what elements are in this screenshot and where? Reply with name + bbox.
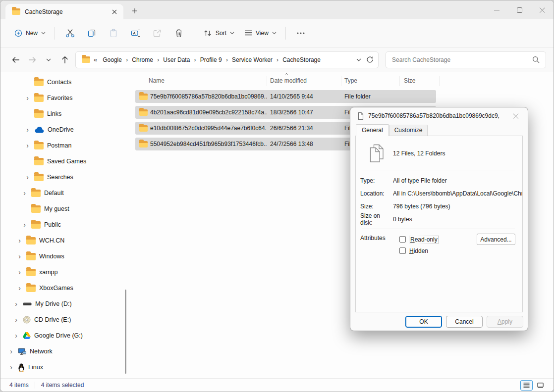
location-label: Location:: [360, 190, 393, 197]
chevron-right-icon[interactable]: [13, 332, 19, 339]
column-header-date-modified[interactable]: Date modified: [270, 77, 307, 84]
details-view-toggle[interactable]: [520, 380, 533, 391]
chevron-right-icon[interactable]: [13, 316, 19, 323]
breadcrumb-separator-icon[interactable]: [125, 56, 129, 63]
chevron-right-icon[interactable]: [24, 174, 31, 181]
ok-button[interactable]: OK: [405, 316, 442, 328]
chevron-right-icon[interactable]: [21, 221, 28, 228]
sidebar-item-saved-games[interactable]: Saved Games: [0, 153, 127, 169]
breadcrumb-separator-icon[interactable]: [193, 56, 197, 63]
chevron-right-icon[interactable]: [13, 300, 19, 307]
more-options-button[interactable]: [291, 24, 311, 42]
large-icons-view-toggle[interactable]: [534, 380, 547, 391]
file-name: 5504952eb984cd451fb965b93f1753446fcb...: [150, 141, 267, 147]
sort-button[interactable]: Sort: [198, 24, 239, 42]
column-divider[interactable]: [399, 76, 400, 86]
sidebar-scrollbar-thumb[interactable]: [125, 290, 126, 374]
chevron-right-icon[interactable]: [16, 253, 23, 260]
cut-icon: [65, 29, 75, 38]
cut-button[interactable]: [60, 24, 80, 42]
breadcrumb-item[interactable]: Service Worker: [229, 55, 276, 64]
dialog-close-button[interactable]: [505, 108, 526, 123]
chevron-right-icon[interactable]: [24, 95, 31, 101]
onedrive-cloud-icon: [34, 127, 44, 133]
readonly-checkbox[interactable]: [399, 236, 406, 243]
file-explorer-window: CacheStorage New: [0, 0, 554, 392]
copy-button[interactable]: [82, 24, 102, 42]
chevron-right-icon[interactable]: [24, 126, 31, 133]
sidebar-item-favorites[interactable]: Favorites: [0, 90, 127, 106]
chevron-right-icon[interactable]: [16, 269, 23, 276]
sidebar-item-label: Searches: [47, 174, 73, 181]
sidebar-item-windows[interactable]: Windows: [0, 248, 127, 264]
tab-close-button[interactable]: [109, 6, 120, 18]
delete-button[interactable]: [169, 24, 189, 42]
advanced-button[interactable]: Advanced...: [477, 234, 515, 245]
size-on-disk-label: Size on disk:: [360, 212, 393, 226]
sidebar-item-contacts[interactable]: Contacts: [0, 74, 127, 90]
tab-general[interactable]: General: [356, 124, 389, 136]
sidebar-item-network[interactable]: Network: [0, 343, 127, 359]
column-header-type[interactable]: Type: [344, 77, 357, 84]
sidebar-item-default[interactable]: Default: [0, 185, 127, 201]
refresh-icon[interactable]: [366, 56, 374, 63]
column-divider[interactable]: [267, 76, 267, 86]
sidebar-item-links[interactable]: Links: [0, 106, 127, 122]
sidebar-item-my-drive-d[interactable]: My Drive (D:): [0, 296, 127, 312]
rename-button[interactable]: [125, 24, 145, 42]
view-button[interactable]: View: [239, 24, 281, 42]
breadcrumb-overflow[interactable]: «: [94, 56, 97, 63]
sidebar-item-public[interactable]: Public: [0, 217, 127, 233]
readonly-label[interactable]: Read-only: [409, 236, 439, 243]
breadcrumb-item[interactable]: Profile 9: [197, 55, 225, 64]
sidebar-item-onedrive[interactable]: OneDrive: [0, 122, 127, 138]
search-input[interactable]: [392, 56, 532, 63]
chevron-right-icon[interactable]: [8, 348, 14, 355]
chevron-right-icon[interactable]: [16, 237, 23, 244]
up-button[interactable]: [57, 52, 72, 67]
breadcrumb-separator-icon[interactable]: [156, 56, 160, 63]
address-dropdown-icon[interactable]: [356, 58, 361, 61]
sidebar-item-xboxgames[interactable]: XboxGames: [0, 280, 127, 296]
sidebar-item-google-drive-g[interactable]: Google Drive (G:): [0, 328, 127, 343]
folder-icon: [12, 8, 20, 15]
hidden-checkbox[interactable]: [399, 247, 406, 254]
chevron-right-icon[interactable]: [16, 285, 23, 292]
chevron-right-icon[interactable]: [24, 142, 31, 149]
breadcrumb-item[interactable]: Chrome: [129, 55, 156, 64]
column-divider[interactable]: [341, 76, 341, 86]
breadcrumb-item[interactable]: Google: [100, 55, 125, 64]
column-divider[interactable]: [439, 76, 440, 86]
breadcrumb-separator-icon[interactable]: [276, 56, 279, 63]
sidebar-item-linux[interactable]: Linux: [0, 359, 127, 375]
hidden-label[interactable]: Hidden: [409, 247, 428, 254]
breadcrumb[interactable]: « Google Chrome User Data Profile 9 Serv…: [75, 51, 379, 68]
chevron-right-icon[interactable]: [21, 190, 28, 196]
tab-customize[interactable]: Customize: [389, 125, 428, 136]
new-tab-button[interactable]: [127, 3, 142, 18]
maximize-button[interactable]: [508, 0, 531, 19]
sidebar-item-xampp[interactable]: xampp: [0, 264, 127, 280]
sidebar-item-my-guest[interactable]: My guest: [0, 201, 127, 217]
back-button[interactable]: [8, 52, 23, 67]
sidebar-item-searches[interactable]: Searches: [0, 169, 127, 185]
column-header-name[interactable]: Name: [149, 77, 165, 84]
cancel-button[interactable]: Cancel: [446, 316, 483, 328]
recent-locations-button[interactable]: [41, 52, 56, 67]
close-window-button[interactable]: [531, 0, 554, 19]
sidebar-item-cd-drive-e[interactable]: CD Drive (E:): [0, 312, 127, 328]
breadcrumb-separator-icon[interactable]: [225, 56, 229, 63]
sidebar-item-postman[interactable]: Postman: [0, 138, 127, 153]
breadcrumb-item[interactable]: CacheStorage: [279, 55, 324, 64]
file-name: 75e9b7f60085786a57b820b6dba1bc09869...: [150, 93, 267, 100]
general-tab-panel: 12 Files, 12 Folders Type:All of type Fi…: [355, 136, 523, 312]
file-row[interactable]: 75e9b7f60085786a57b820b6dba1bc09869... 1…: [135, 90, 436, 103]
chevron-right-icon[interactable]: [8, 364, 14, 371]
explorer-tab[interactable]: CacheStorage: [5, 4, 123, 19]
new-button[interactable]: New: [9, 24, 51, 42]
search-icon[interactable]: [532, 56, 540, 63]
breadcrumb-item[interactable]: User Data: [160, 55, 193, 64]
minimize-button[interactable]: [485, 0, 508, 19]
column-header-size[interactable]: Size: [404, 77, 415, 84]
sidebar-item-wch-cn[interactable]: WCH.CN: [0, 233, 127, 248]
